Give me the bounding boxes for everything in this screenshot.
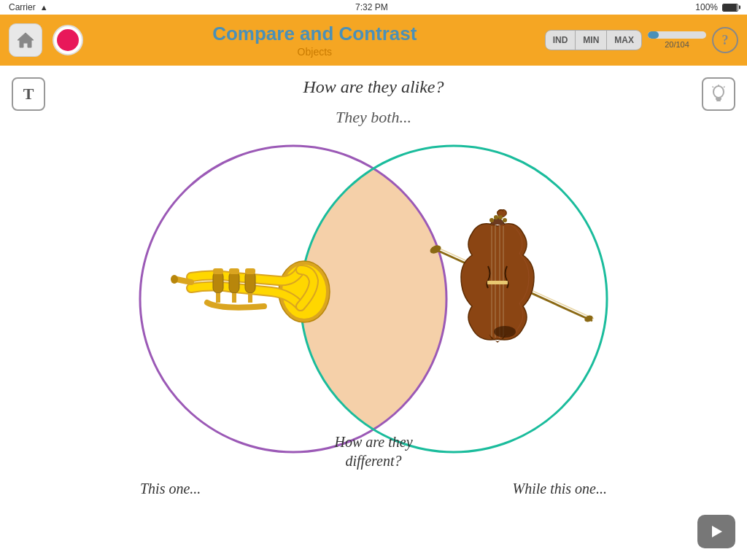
progress-area: 20/104 [648, 31, 706, 49]
svg-point-37 [503, 218, 507, 222]
svg-rect-19 [245, 268, 255, 274]
violin-image [410, 190, 614, 379]
svg-rect-15 [213, 268, 223, 274]
svg-rect-18 [245, 271, 255, 293]
status-bar: Carrier ▲ 7:32 PM 100% [0, 0, 747, 15]
carrier-label: Carrier [9, 2, 36, 12]
svg-point-33 [494, 326, 516, 338]
svg-rect-14 [213, 271, 223, 293]
progress-bar-fill [648, 31, 659, 39]
time-label: 7:32 PM [355, 2, 388, 12]
svg-point-27 [584, 314, 594, 323]
record-outer [53, 25, 83, 55]
progress-bar-background [648, 31, 706, 39]
this-one-label: This one... [140, 481, 201, 497]
battery-percent: 100% [695, 2, 718, 12]
home-button[interactable] [9, 23, 42, 57]
svg-point-34 [489, 218, 494, 222]
svg-rect-2 [716, 98, 721, 100]
next-arrow-icon [708, 523, 725, 540]
svg-rect-17 [229, 268, 239, 274]
trumpet-svg [147, 211, 337, 357]
wifi-icon: ▲ [40, 3, 48, 12]
help-icon: ? [722, 33, 729, 48]
how-different-label: How are they different? [334, 432, 412, 470]
status-left: Carrier ▲ [9, 2, 48, 12]
violin-svg [410, 204, 614, 365]
battery-icon [722, 4, 738, 12]
venn-diagram: This one... How are they different? Whil… [96, 131, 651, 510]
svg-point-35 [494, 215, 498, 219]
mode-selector: IND MIN MAX [545, 30, 642, 50]
app-title: Compare and Contrast [85, 23, 545, 45]
app-subtitle: Objects [85, 46, 545, 58]
header: Compare and Contrast Objects IND MIN MAX… [0, 15, 747, 66]
header-left [9, 23, 85, 57]
how-different-text: How are they different? [334, 434, 412, 469]
while-this-one-label: While this one... [513, 481, 607, 497]
battery-fill [723, 4, 737, 11]
svg-marker-38 [712, 526, 722, 537]
main-content: T How are they alike? They both... [0, 66, 747, 560]
svg-marker-0 [18, 33, 34, 47]
help-button[interactable]: ? [712, 27, 738, 53]
question-text: How are they alike? [0, 77, 747, 97]
header-right: IND MIN MAX 20/104 ? [545, 27, 738, 53]
home-icon [16, 31, 35, 50]
svg-point-20 [171, 275, 178, 284]
they-both-text: They both... [0, 108, 747, 127]
progress-label: 20/104 [665, 40, 689, 49]
svg-rect-32 [487, 281, 508, 284]
next-button[interactable] [697, 515, 735, 548]
record-button[interactable] [51, 23, 85, 57]
min-button[interactable]: MIN [576, 31, 607, 50]
trumpet-image [140, 190, 344, 379]
status-right: 100% [695, 2, 738, 12]
record-inner [57, 29, 79, 51]
svg-point-26 [429, 244, 443, 255]
svg-rect-16 [229, 271, 239, 293]
svg-rect-3 [716, 100, 721, 101]
ind-button[interactable]: IND [546, 31, 576, 50]
header-center: Compare and Contrast Objects [85, 23, 545, 57]
max-button[interactable]: MAX [607, 31, 641, 50]
svg-point-36 [498, 215, 503, 219]
